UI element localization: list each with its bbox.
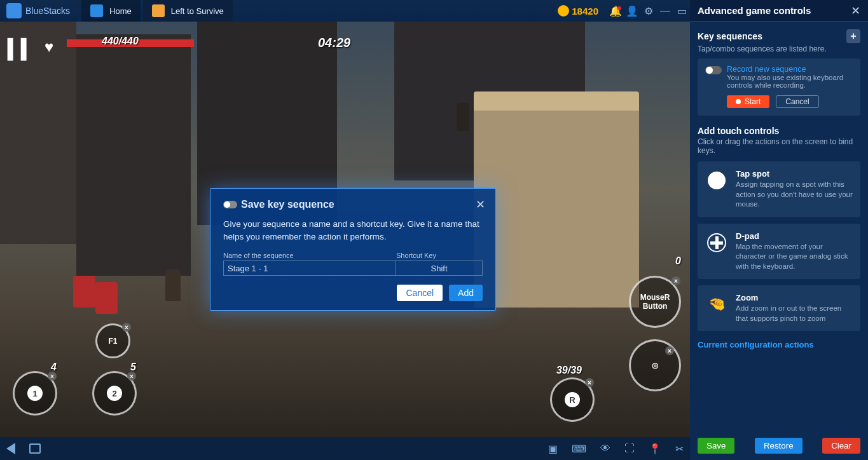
coin-amount: 18420 — [572, 6, 598, 17]
remove-icon[interactable]: × — [585, 378, 594, 387]
hp-text: 440/440 — [102, 36, 139, 47]
name-label: Name of the sequence — [223, 252, 396, 259]
eye-icon[interactable]: 👁 — [600, 443, 610, 454]
scope-icon: ◎ — [652, 361, 658, 370]
home-icon — [90, 4, 103, 17]
touch-controls-sub: Click or drag the actions on the screen … — [698, 137, 860, 155]
heart-icon: ♥ — [45, 38, 53, 56]
add-sequence-button[interactable]: + — [846, 29, 860, 43]
card-desc: Assign tapping on a spot with this actio… — [736, 180, 853, 210]
record-toggle[interactable] — [705, 66, 722, 74]
key-label: R — [565, 392, 580, 407]
card-desc: Add zoom in or out to the screen that su… — [736, 304, 853, 323]
remove-icon[interactable]: × — [672, 276, 680, 285]
cancel-recording-button[interactable]: Cancel — [776, 95, 818, 108]
start-recording-button[interactable]: Start — [727, 95, 769, 108]
save-button[interactable]: Save — [698, 438, 734, 454]
panel-footer: Save Restore Clear — [690, 431, 868, 460]
bluestacks-logo-icon — [6, 3, 22, 18]
record-desc: You may also use existing keyboard contr… — [727, 74, 853, 89]
key-label: F1 — [108, 337, 117, 346]
brand-name: BlueStacks — [25, 6, 70, 16]
close-icon[interactable]: ✕ — [851, 4, 860, 18]
minimize-icon[interactable]: — — [657, 5, 673, 17]
control-card-tap[interactable]: Tap spot Assign tapping on a spot with t… — [698, 161, 860, 217]
game-icon — [152, 4, 165, 17]
close-icon[interactable]: ✕ — [476, 198, 485, 212]
clipboard-icon[interactable]: ▣ — [548, 443, 558, 455]
scissors-icon[interactable]: ✂ — [675, 443, 684, 455]
notification-icon[interactable]: 🔔 — [607, 5, 624, 17]
android-nav-bar: ▣ ⌨ 👁 ⛶ 📍 ✂ — [0, 437, 690, 460]
card-desc: Map the movement of your character or th… — [736, 242, 853, 272]
user-icon[interactable]: 👤 — [624, 5, 640, 17]
timer: 04:29 — [318, 36, 350, 50]
slot-num: 2 — [107, 386, 122, 401]
sequence-name-input[interactable] — [223, 260, 396, 276]
remove-icon[interactable]: × — [122, 323, 131, 332]
maximize-icon[interactable]: ▭ — [673, 5, 690, 17]
tab-label: Home — [109, 6, 132, 16]
record-box: Record new sequence You may also use exi… — [698, 58, 860, 116]
dpad-icon — [705, 231, 728, 254]
dialog-title-row: Save key sequence — [223, 199, 483, 210]
key-sequences-header: Key sequences + — [698, 29, 860, 43]
tab-game[interactable]: Left to Survive — [143, 0, 233, 22]
keyboard-icon[interactable]: ⌨ — [572, 443, 586, 455]
tap-spot-icon — [705, 169, 728, 192]
zoom-icon: 🤏 — [705, 293, 728, 316]
panel-title: Advanced game controls — [698, 5, 811, 16]
tab-home[interactable]: Home — [81, 0, 141, 22]
back-icon[interactable] — [6, 443, 15, 454]
coin-icon — [558, 5, 569, 17]
pause-icon[interactable]: ▍▍ — [8, 38, 34, 60]
dialog-title: Save key sequence — [241, 199, 334, 210]
scope-button[interactable]: ◎ × — [629, 339, 681, 391]
remove-icon[interactable]: × — [127, 372, 136, 381]
fullscreen-icon[interactable]: ⛶ — [624, 443, 635, 454]
card-title: Zoom — [736, 293, 853, 302]
cancel-button[interactable]: Cancel — [397, 285, 443, 301]
remove-icon[interactable]: × — [665, 346, 674, 355]
config-section-title: Current configuration actions — [698, 340, 860, 349]
game-viewport[interactable]: ▍▍ ♥ 440/440 04:29 F1 × 4 1 × 5 2 × 0 Mo… — [0, 22, 690, 437]
control-card-zoom[interactable]: 🤏 Zoom Add zoom in or out to the screen … — [698, 285, 860, 331]
shortcut-label: Shortcut Key — [396, 252, 483, 259]
zero-label: 0 — [675, 255, 681, 267]
touch-controls-header: Add touch controls — [698, 126, 860, 136]
home-icon[interactable] — [29, 443, 41, 454]
card-title: D-pad — [736, 231, 853, 241]
titlebar: BlueStacks Home Left to Survive 18420 🔔 … — [0, 0, 690, 22]
save-sequence-dialog: Save key sequence ✕ Give your sequence a… — [210, 188, 496, 311]
dialog-description: Give your sequence a name and a shortcut… — [223, 218, 483, 243]
gear-icon[interactable]: ⚙ — [640, 5, 657, 17]
control-card-dpad[interactable]: D-pad Map the movement of your character… — [698, 224, 860, 280]
f1-keybind[interactable]: F1 × — [95, 323, 130, 358]
location-icon[interactable]: 📍 — [649, 443, 661, 455]
key-sequences-sub: Tap/combo sequences are listed here. — [698, 44, 860, 53]
remove-icon[interactable]: × — [48, 372, 57, 381]
record-link[interactable]: Record new sequence — [727, 65, 853, 74]
reload-button[interactable]: R × — [550, 377, 595, 422]
card-title: Tap spot — [736, 169, 853, 179]
add-button[interactable]: Add — [449, 285, 483, 301]
section-title: Key sequences — [698, 31, 762, 41]
advanced-controls-panel: Advanced game controls ✕ Key sequences +… — [690, 0, 868, 460]
restore-button[interactable]: Restore — [755, 438, 803, 454]
ammo-count: 39/39 — [556, 365, 582, 376]
clear-button[interactable]: Clear — [822, 438, 860, 454]
weapon-slot-1[interactable]: 1 × — [13, 371, 57, 416]
recents-icon[interactable] — [55, 443, 67, 454]
slot-num: 1 — [27, 386, 43, 401]
shortcut-key-input[interactable] — [396, 260, 483, 276]
section-title: Add touch controls — [698, 126, 779, 136]
tab-label: Left to Survive — [171, 6, 224, 16]
key-label: MouseR Button — [631, 293, 679, 311]
toggle-icon — [223, 201, 237, 208]
mouser-button[interactable]: MouseR Button × — [629, 276, 681, 328]
weapon-slot-2[interactable]: 2 × — [92, 371, 137, 416]
panel-header: Advanced game controls ✕ — [690, 0, 868, 22]
